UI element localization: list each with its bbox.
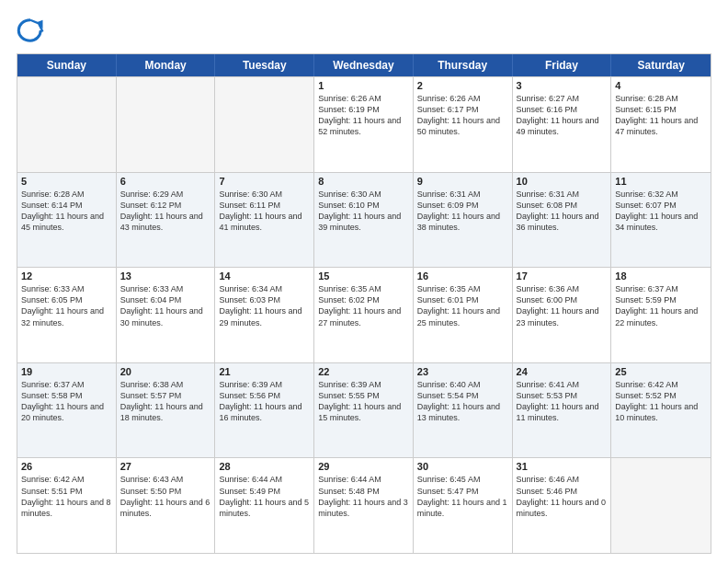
page: SundayMondayTuesdayWednesdayThursdayFrid…	[0, 0, 728, 563]
day-number: 16	[417, 270, 508, 282]
cell-info: Sunrise: 6:27 AM Sunset: 6:16 PM Dayligh…	[517, 93, 608, 138]
weekday-header-monday: Monday	[117, 54, 216, 76]
day-number: 27	[120, 461, 211, 472]
calendar-row-2: 12Sunrise: 6:33 AM Sunset: 6:05 PM Dayli…	[17, 267, 711, 362]
cell-info: Sunrise: 6:40 AM Sunset: 5:54 PM Dayligh…	[417, 379, 508, 424]
calendar-cell-30: 30Sunrise: 6:45 AM Sunset: 5:47 PM Dayli…	[414, 458, 513, 553]
weekday-header-friday: Friday	[513, 54, 612, 76]
cell-info: Sunrise: 6:42 AM Sunset: 5:52 PM Dayligh…	[615, 379, 707, 424]
day-number: 17	[517, 270, 608, 282]
cell-info: Sunrise: 6:29 AM Sunset: 6:12 PM Dayligh…	[120, 189, 211, 234]
calendar-row-3: 19Sunrise: 6:37 AM Sunset: 5:58 PM Dayli…	[17, 362, 711, 458]
calendar-cell-14: 14Sunrise: 6:34 AM Sunset: 6:03 PM Dayli…	[215, 268, 314, 362]
day-number: 23	[417, 366, 508, 377]
calendar-cell-8: 8Sunrise: 6:30 AM Sunset: 6:10 PM Daylig…	[314, 173, 414, 268]
day-number: 10	[517, 176, 608, 187]
cell-info: Sunrise: 6:37 AM Sunset: 5:59 PM Dayligh…	[615, 283, 707, 328]
calendar-cell-21: 21Sunrise: 6:39 AM Sunset: 5:56 PM Dayli…	[215, 363, 314, 458]
day-number: 28	[219, 461, 310, 472]
calendar-cell-24: 24Sunrise: 6:41 AM Sunset: 5:53 PM Dayli…	[513, 363, 612, 458]
cell-info: Sunrise: 6:34 AM Sunset: 6:03 PM Dayligh…	[219, 283, 310, 328]
day-number: 24	[517, 366, 608, 377]
day-number: 1	[318, 80, 409, 91]
day-number: 13	[120, 270, 211, 282]
cell-info: Sunrise: 6:31 AM Sunset: 6:08 PM Dayligh…	[517, 189, 608, 234]
day-number: 12	[21, 270, 112, 282]
calendar-cell-11: 11Sunrise: 6:32 AM Sunset: 6:07 PM Dayli…	[611, 173, 711, 268]
calendar-cell-5: 5Sunrise: 6:28 AM Sunset: 6:14 PM Daylig…	[17, 173, 117, 268]
cell-info: Sunrise: 6:28 AM Sunset: 6:14 PM Dayligh…	[21, 189, 112, 234]
cell-info: Sunrise: 6:35 AM Sunset: 6:02 PM Dayligh…	[318, 283, 409, 328]
day-number: 25	[615, 366, 707, 377]
calendar-cell-16: 16Sunrise: 6:35 AM Sunset: 6:01 PM Dayli…	[414, 268, 513, 362]
weekday-header-thursday: Thursday	[414, 54, 513, 76]
weekday-header-wednesday: Wednesday	[314, 54, 414, 76]
cell-info: Sunrise: 6:38 AM Sunset: 5:57 PM Dayligh…	[120, 379, 211, 424]
calendar-row-1: 5Sunrise: 6:28 AM Sunset: 6:14 PM Daylig…	[17, 172, 711, 268]
calendar-cell-1: 1Sunrise: 6:26 AM Sunset: 6:19 PM Daylig…	[314, 77, 414, 172]
cell-info: Sunrise: 6:39 AM Sunset: 5:55 PM Dayligh…	[318, 379, 409, 424]
calendar-cell-20: 20Sunrise: 6:38 AM Sunset: 5:57 PM Dayli…	[117, 363, 216, 458]
cell-info: Sunrise: 6:33 AM Sunset: 6:05 PM Dayligh…	[21, 283, 112, 328]
cell-info: Sunrise: 6:28 AM Sunset: 6:15 PM Dayligh…	[615, 93, 707, 138]
day-number: 11	[615, 176, 707, 187]
header	[17, 17, 711, 44]
weekday-header-tuesday: Tuesday	[215, 54, 314, 76]
cell-info: Sunrise: 6:46 AM Sunset: 5:46 PM Dayligh…	[517, 474, 608, 519]
day-number: 15	[318, 270, 409, 282]
day-number: 19	[21, 366, 112, 377]
cell-info: Sunrise: 6:39 AM Sunset: 5:56 PM Dayligh…	[219, 379, 310, 424]
calendar-cell-empty-6	[611, 458, 711, 553]
logo	[17, 17, 48, 44]
day-number: 29	[318, 461, 409, 472]
calendar-cell-7: 7Sunrise: 6:30 AM Sunset: 6:11 PM Daylig…	[215, 173, 314, 268]
day-number: 7	[219, 176, 310, 187]
cell-info: Sunrise: 6:44 AM Sunset: 5:48 PM Dayligh…	[318, 474, 409, 519]
day-number: 18	[615, 270, 707, 282]
calendar-cell-9: 9Sunrise: 6:31 AM Sunset: 6:09 PM Daylig…	[414, 173, 513, 268]
cell-info: Sunrise: 6:30 AM Sunset: 6:10 PM Dayligh…	[318, 189, 409, 234]
cell-info: Sunrise: 6:26 AM Sunset: 6:17 PM Dayligh…	[417, 93, 508, 138]
calendar-cell-18: 18Sunrise: 6:37 AM Sunset: 5:59 PM Dayli…	[611, 268, 711, 362]
calendar: SundayMondayTuesdayWednesdayThursdayFrid…	[17, 53, 711, 554]
cell-info: Sunrise: 6:32 AM Sunset: 6:07 PM Dayligh…	[615, 189, 707, 234]
cell-info: Sunrise: 6:45 AM Sunset: 5:47 PM Dayligh…	[417, 474, 508, 519]
cell-info: Sunrise: 6:26 AM Sunset: 6:19 PM Dayligh…	[318, 93, 409, 138]
weekday-header-saturday: Saturday	[611, 54, 711, 76]
calendar-cell-13: 13Sunrise: 6:33 AM Sunset: 6:04 PM Dayli…	[117, 268, 216, 362]
cell-info: Sunrise: 6:36 AM Sunset: 6:00 PM Dayligh…	[517, 283, 608, 328]
cell-info: Sunrise: 6:42 AM Sunset: 5:51 PM Dayligh…	[21, 474, 112, 519]
day-number: 3	[517, 80, 608, 91]
calendar-cell-28: 28Sunrise: 6:44 AM Sunset: 5:49 PM Dayli…	[215, 458, 314, 553]
weekday-header-sunday: Sunday	[17, 54, 117, 76]
calendar-cell-23: 23Sunrise: 6:40 AM Sunset: 5:54 PM Dayli…	[414, 363, 513, 458]
cell-info: Sunrise: 6:30 AM Sunset: 6:11 PM Dayligh…	[219, 189, 310, 234]
cell-info: Sunrise: 6:33 AM Sunset: 6:04 PM Dayligh…	[120, 283, 211, 328]
day-number: 20	[120, 366, 211, 377]
day-number: 8	[318, 176, 409, 187]
calendar-row-4: 26Sunrise: 6:42 AM Sunset: 5:51 PM Dayli…	[17, 457, 711, 553]
calendar-cell-empty-2	[215, 77, 314, 172]
calendar-cell-6: 6Sunrise: 6:29 AM Sunset: 6:12 PM Daylig…	[117, 173, 216, 268]
calendar-body: 1Sunrise: 6:26 AM Sunset: 6:19 PM Daylig…	[17, 76, 711, 553]
calendar-cell-15: 15Sunrise: 6:35 AM Sunset: 6:02 PM Dayli…	[314, 268, 414, 362]
calendar-cell-empty-1	[117, 77, 216, 172]
day-number: 30	[417, 461, 508, 472]
calendar-cell-22: 22Sunrise: 6:39 AM Sunset: 5:55 PM Dayli…	[314, 363, 414, 458]
cell-info: Sunrise: 6:35 AM Sunset: 6:01 PM Dayligh…	[417, 283, 508, 328]
calendar-cell-29: 29Sunrise: 6:44 AM Sunset: 5:48 PM Dayli…	[314, 458, 414, 553]
calendar-cell-empty-0	[17, 77, 117, 172]
calendar-cell-17: 17Sunrise: 6:36 AM Sunset: 6:00 PM Dayli…	[513, 268, 612, 362]
calendar-cell-27: 27Sunrise: 6:43 AM Sunset: 5:50 PM Dayli…	[117, 458, 216, 553]
day-number: 9	[417, 176, 508, 187]
calendar-header: SundayMondayTuesdayWednesdayThursdayFrid…	[17, 54, 711, 76]
day-number: 2	[417, 80, 508, 91]
cell-info: Sunrise: 6:41 AM Sunset: 5:53 PM Dayligh…	[517, 379, 608, 424]
day-number: 4	[615, 80, 707, 91]
day-number: 22	[318, 366, 409, 377]
calendar-cell-31: 31Sunrise: 6:46 AM Sunset: 5:46 PM Dayli…	[513, 458, 612, 553]
calendar-cell-10: 10Sunrise: 6:31 AM Sunset: 6:08 PM Dayli…	[513, 173, 612, 268]
day-number: 21	[219, 366, 310, 377]
calendar-cell-26: 26Sunrise: 6:42 AM Sunset: 5:51 PM Dayli…	[17, 458, 117, 553]
calendar-cell-2: 2Sunrise: 6:26 AM Sunset: 6:17 PM Daylig…	[414, 77, 513, 172]
